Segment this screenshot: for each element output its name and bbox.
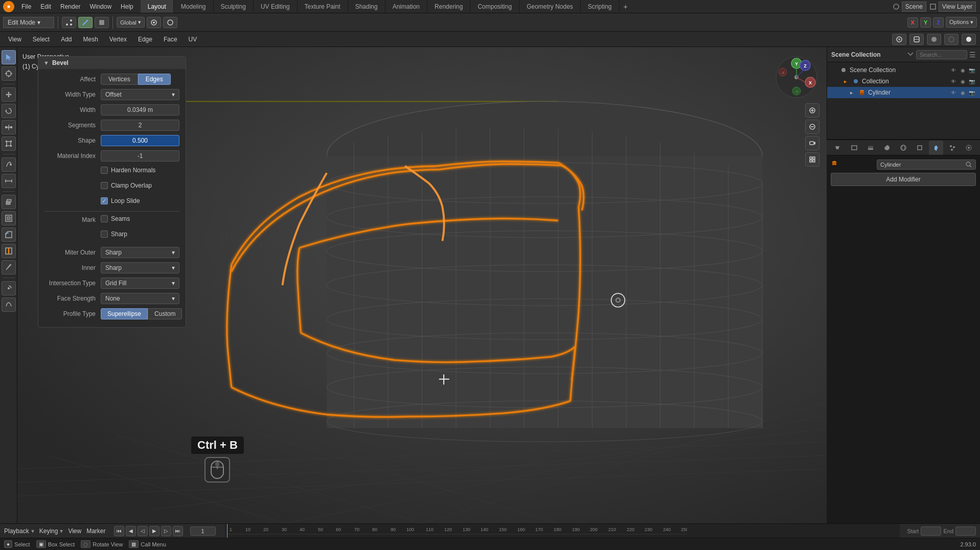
tab-animation[interactable]: Animation <box>385 0 427 13</box>
tab-shading[interactable]: Shading <box>348 0 385 13</box>
loop-slide-checkbox[interactable]: ✓ <box>101 197 108 204</box>
render-icon-scene[interactable]: 📷 <box>968 66 976 74</box>
menu-help[interactable]: Help <box>117 2 138 11</box>
affect-edges-btn[interactable]: Edges <box>138 74 171 85</box>
face-select-btn[interactable] <box>95 17 109 28</box>
vertex-select-btn[interactable] <box>62 17 76 28</box>
custom-profile-btn[interactable]: Custom <box>148 308 182 319</box>
tab-texture-paint[interactable]: Texture Paint <box>298 0 348 13</box>
intersection-type-dropdown[interactable]: Grid Fill ▾ <box>101 278 179 289</box>
output-props-btn[interactable] <box>847 141 861 155</box>
keying-dropdown[interactable]: ▾ <box>60 528 63 535</box>
extrude-tool[interactable] <box>2 195 16 209</box>
outliner-scene-collection[interactable]: Scene Collection 👁 ◉ 📷 <box>827 64 980 76</box>
superellipse-btn[interactable]: Superellipse <box>101 308 148 319</box>
restrict-icon-cyl[interactable]: ◉ <box>959 88 967 97</box>
outliner-options-icon[interactable]: ☰ <box>969 51 976 59</box>
frame-btn[interactable] <box>805 152 819 167</box>
overlay-btn[interactable] <box>892 34 906 45</box>
header-face[interactable]: Face <box>159 34 181 44</box>
tab-compositing[interactable]: Compositing <box>470 0 519 13</box>
xyz-constraint[interactable]: X <box>907 17 918 28</box>
playback-dropdown[interactable]: ▾ <box>31 528 34 535</box>
affect-vertices-btn[interactable]: Vertices <box>101 74 138 85</box>
options-btn[interactable]: Options ▾ <box>946 17 977 28</box>
render-icon-col[interactable]: 📷 <box>968 77 976 85</box>
tab-scripting[interactable]: Scripting <box>581 0 620 13</box>
zoom-out-btn[interactable] <box>805 120 819 134</box>
tab-sculpting[interactable]: Sculpting <box>214 0 254 13</box>
smooth-tool[interactable] <box>2 297 16 312</box>
eye-icon-cyl[interactable]: 👁 <box>949 88 958 97</box>
eye-icon-scene[interactable]: 👁 <box>949 66 958 74</box>
zoom-in-btn[interactable] <box>805 103 819 118</box>
add-workspace-tab[interactable]: + <box>620 0 632 13</box>
tab-geometry-nodes[interactable]: Geometry Nodes <box>519 0 581 13</box>
annotate-tool[interactable] <box>2 157 16 172</box>
spin-tool[interactable] <box>2 281 16 295</box>
menu-render[interactable]: Render <box>56 2 84 11</box>
scene-props-btn[interactable] <box>880 141 894 155</box>
header-add[interactable]: Add <box>57 34 76 44</box>
bevel-tool[interactable] <box>2 227 16 242</box>
transform-tool[interactable] <box>2 136 16 151</box>
add-modifier-btn[interactable]: Add Modifier <box>831 173 976 186</box>
current-frame-input[interactable] <box>190 526 216 536</box>
face-strength-dropdown[interactable]: None ▾ <box>101 293 179 304</box>
header-edge[interactable]: Edge <box>134 34 156 44</box>
jump-end-btn[interactable]: ⏭ <box>173 526 183 536</box>
tab-layout[interactable]: Layout <box>141 0 174 13</box>
restrict-icon-col[interactable]: ◉ <box>959 77 967 85</box>
tab-rendering[interactable]: Rendering <box>427 0 470 13</box>
end-frame-input[interactable]: 250 <box>955 526 976 536</box>
view-layer-props-btn[interactable] <box>863 141 878 155</box>
header-mesh[interactable]: Mesh <box>79 34 102 44</box>
camera-btn[interactable] <box>805 136 819 150</box>
world-props-btn[interactable] <box>896 141 910 155</box>
cursor-tool[interactable] <box>2 66 16 81</box>
edge-select-btn[interactable] <box>78 17 93 28</box>
prev-frame-btn[interactable]: ◀ <box>126 526 136 536</box>
rotate-tool[interactable] <box>2 104 16 118</box>
shape-input[interactable]: 0.500 <box>101 135 179 146</box>
clamp-overlap-checkbox[interactable] <box>101 182 108 189</box>
material-btn[interactable] <box>944 34 959 45</box>
header-uv[interactable]: UV <box>185 34 201 44</box>
bevel-panel-header[interactable]: ▼ Bevel <box>38 57 186 69</box>
play-btn[interactable]: ▶ <box>149 526 159 536</box>
keying-label[interactable]: Keying <box>39 528 58 535</box>
header-select[interactable]: Select <box>29 34 54 44</box>
reverse-play-btn[interactable]: ◁ <box>138 526 148 536</box>
xyz-constraint-y[interactable]: Y <box>920 17 931 28</box>
outliner-collection[interactable]: ▸ Collection 👁 ◉ 📷 <box>827 76 980 87</box>
playback-label[interactable]: Playback <box>4 528 29 535</box>
knife-tool[interactable] <box>2 260 16 274</box>
rendered-btn[interactable] <box>962 34 976 45</box>
sharp-checkbox[interactable] <box>101 231 108 238</box>
global-transform-btn[interactable]: Global ▾ <box>117 17 145 28</box>
modifier-props-btn[interactable] <box>929 141 943 155</box>
menu-edit[interactable]: Edit <box>36 2 55 11</box>
scene-selector[interactable]: Scene <box>902 2 926 12</box>
miter-inner-dropdown[interactable]: Sharp ▾ <box>101 262 179 273</box>
eye-icon-col[interactable]: 👁 <box>949 77 958 85</box>
select-tool[interactable] <box>2 50 16 64</box>
snap-btn[interactable] <box>147 17 161 28</box>
jump-start-btn[interactable]: ⏮ <box>114 526 124 536</box>
blender-logo[interactable] <box>3 1 14 12</box>
move-tool[interactable] <box>2 87 16 102</box>
menu-window[interactable]: Window <box>85 2 116 11</box>
outliner-cylinder[interactable]: ▸ Cylinder 👁 ◉ 📷 <box>827 87 980 98</box>
scale-tool[interactable] <box>2 120 16 134</box>
view-label[interactable]: View <box>68 528 81 535</box>
marker-label[interactable]: Marker <box>86 528 105 535</box>
restrict-icon-scene[interactable]: ◉ <box>959 66 967 74</box>
mode-selector[interactable]: Edit Mode ▾ <box>3 17 54 28</box>
view-layer-selector[interactable]: View Layer <box>939 2 976 12</box>
harden-normals-checkbox[interactable] <box>101 167 108 174</box>
header-vertex[interactable]: Vertex <box>105 34 131 44</box>
object-props-btn[interactable] <box>913 141 927 155</box>
constraints-props-btn[interactable] <box>978 141 980 155</box>
miter-outer-dropdown[interactable]: Sharp ▾ <box>101 247 179 258</box>
frame-ruler[interactable]: 1 10 20 30 40 50 60 70 80 90 100 110 120… <box>225 524 900 538</box>
